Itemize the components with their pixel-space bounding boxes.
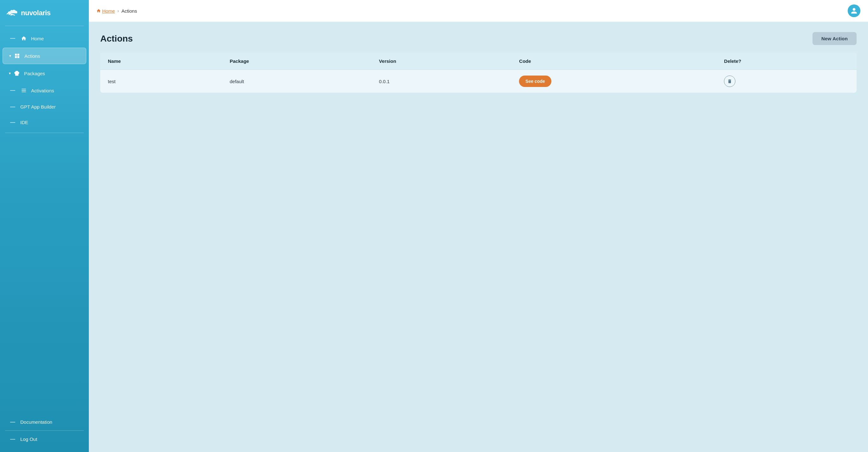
- sidebar-item-documentation[interactable]: Documentation: [3, 415, 86, 429]
- svg-rect-4: [22, 89, 26, 90]
- sidebar-item-gpt-app-builder[interactable]: GPT App Builder: [3, 100, 86, 114]
- logo-area: nuvolaris: [0, 0, 89, 25]
- sidebar-item-logout[interactable]: Log Out: [3, 432, 86, 446]
- cell-code: See code: [512, 70, 716, 93]
- cell-delete: [716, 70, 857, 93]
- breadcrumb-separator: ›: [117, 8, 119, 13]
- ide-dash: [10, 122, 15, 123]
- svg-rect-6: [22, 92, 26, 92]
- content-area: Actions New Action Name Package Version …: [89, 22, 868, 452]
- sidebar-item-documentation-label: Documentation: [20, 419, 52, 425]
- sidebar-item-activations-label: Activations: [31, 88, 54, 93]
- sidebar-item-actions[interactable]: ▾ Actions: [3, 48, 86, 64]
- sidebar-nav: Home ▾ Actions ▾ Packages Activations: [0, 27, 89, 412]
- actions-table: Name Package Version Code Delete? test d…: [100, 53, 857, 93]
- gpt-dash: [10, 107, 15, 107]
- logout-dash: [10, 439, 15, 440]
- col-name: Name: [100, 53, 222, 70]
- svg-rect-3: [18, 56, 19, 58]
- home-icon: [20, 35, 27, 42]
- svg-rect-5: [22, 90, 26, 91]
- sidebar: nuvolaris Home ▾ Actions ▾ Packages: [0, 0, 89, 452]
- table-header: Name Package Version Code Delete?: [100, 53, 857, 70]
- sidebar-item-actions-label: Actions: [24, 53, 40, 59]
- cell-package: default: [222, 70, 372, 93]
- activations-dash: [10, 90, 15, 91]
- breadcrumb-home-label: Home: [102, 8, 115, 13]
- cell-version: 0.0.1: [372, 70, 512, 93]
- svg-rect-2: [15, 56, 17, 58]
- sidebar-item-ide[interactable]: IDE: [3, 115, 86, 129]
- cell-name: test: [100, 70, 222, 93]
- svg-rect-1: [18, 54, 19, 56]
- svg-rect-0: [15, 54, 17, 56]
- col-version: Version: [372, 53, 512, 70]
- sidebar-item-logout-label: Log Out: [20, 436, 37, 442]
- packages-chevron-icon: ▾: [9, 71, 11, 76]
- sidebar-bottom: Documentation Log Out: [0, 412, 89, 452]
- sidebar-divider-bottom: [5, 430, 84, 431]
- actions-icon: [13, 52, 21, 59]
- new-action-button[interactable]: New Action: [812, 32, 857, 45]
- sidebar-item-home-label: Home: [31, 36, 44, 41]
- sidebar-item-gpt-label: GPT App Builder: [20, 104, 56, 110]
- home-dash: [10, 38, 15, 39]
- col-package: Package: [222, 53, 372, 70]
- activations-icon: [20, 87, 27, 94]
- breadcrumb-home-link[interactable]: Home: [96, 8, 115, 13]
- actions-table-container: Name Package Version Code Delete? test d…: [100, 53, 857, 93]
- sidebar-divider-mid: [5, 133, 84, 133]
- see-code-button[interactable]: See code: [519, 76, 551, 87]
- sidebar-item-packages-label: Packages: [24, 71, 45, 76]
- content-header: Actions New Action: [100, 32, 857, 45]
- main-content: Home › Actions Actions New Action Name P…: [89, 0, 868, 452]
- col-code: Code: [512, 53, 716, 70]
- breadcrumb-current: Actions: [122, 8, 137, 13]
- col-delete: Delete?: [716, 53, 857, 70]
- sidebar-item-home[interactable]: Home: [3, 30, 86, 46]
- logo-icon: [6, 8, 18, 18]
- page-title: Actions: [100, 34, 133, 44]
- packages-icon: [13, 70, 20, 77]
- table-row: test default 0.0.1 See code: [100, 70, 857, 93]
- sidebar-divider-top: [5, 26, 84, 26]
- sidebar-item-activations[interactable]: Activations: [3, 83, 86, 98]
- topbar: Home › Actions: [89, 0, 868, 22]
- table-body: test default 0.0.1 See code: [100, 70, 857, 93]
- docs-dash: [10, 422, 15, 422]
- sidebar-item-packages[interactable]: ▾ Packages: [3, 65, 86, 81]
- avatar[interactable]: [848, 4, 860, 17]
- brand-name: nuvolaris: [21, 9, 51, 17]
- delete-button[interactable]: [724, 76, 735, 87]
- actions-chevron-icon: ▾: [9, 54, 11, 58]
- sidebar-item-ide-label: IDE: [20, 120, 28, 125]
- breadcrumb: Home › Actions: [96, 8, 137, 13]
